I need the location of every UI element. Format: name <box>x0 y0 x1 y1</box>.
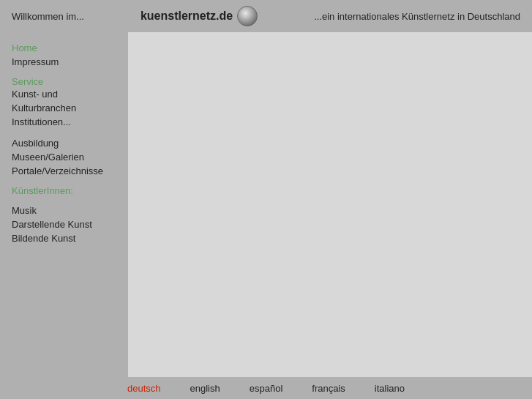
sidebar-item-kunst-und[interactable]: Kunst- und <box>12 87 116 101</box>
sidebar-item-portale[interactable]: Portale/Verzeichnisse <box>12 164 116 178</box>
sidebar-section-kuenstlerinnen: KünstlerInnen: <box>12 184 73 198</box>
sidebar-item-musik[interactable]: Musik <box>12 204 116 217</box>
sidebar-item-home[interactable]: Home <box>12 41 116 55</box>
sidebar-item-ausbildung[interactable]: Ausbildung <box>12 136 116 150</box>
sidebar-item-museen[interactable]: Museen/Galerien <box>12 150 116 164</box>
sidebar: Home Impressum Service Kunst- und Kultur… <box>0 32 128 377</box>
nav-spacer-2 <box>12 129 116 136</box>
header-tagline: ...ein internationales Künstlernetz in D… <box>314 11 520 22</box>
main-content <box>128 32 532 377</box>
footer-lang-español[interactable]: español <box>250 383 283 394</box>
sidebar-item-darstellende[interactable]: Darstellende Kunst <box>12 217 116 231</box>
header-logo-area: kuenstlernetz.de <box>141 6 258 26</box>
sidebar-item-kulturbranchen[interactable]: Kulturbranchen <box>12 101 116 115</box>
header-welcome: Willkommen im... <box>12 11 84 22</box>
footer-lang-deutsch[interactable]: deutsch <box>127 383 161 394</box>
footer: deutschenglishespañolfrançaisitaliano <box>0 377 532 399</box>
sidebar-section-service: Service <box>12 75 43 89</box>
site-title[interactable]: kuenstlernetz.de <box>141 10 233 23</box>
sidebar-item-institutionen[interactable]: Institutionen... <box>12 115 116 129</box>
footer-lang-english[interactable]: english <box>190 383 220 394</box>
sidebar-item-impressum[interactable]: Impressum <box>12 55 116 69</box>
footer-lang-français[interactable]: français <box>312 383 345 394</box>
footer-lang-italiano[interactable]: italiano <box>375 383 405 394</box>
globe-icon <box>237 6 258 26</box>
header: Willkommen im... kuenstlernetz.de ...ein… <box>0 0 532 32</box>
sidebar-item-bildende[interactable]: Bildende Kunst <box>12 231 116 245</box>
main-layout: Home Impressum Service Kunst- und Kultur… <box>0 32 532 377</box>
